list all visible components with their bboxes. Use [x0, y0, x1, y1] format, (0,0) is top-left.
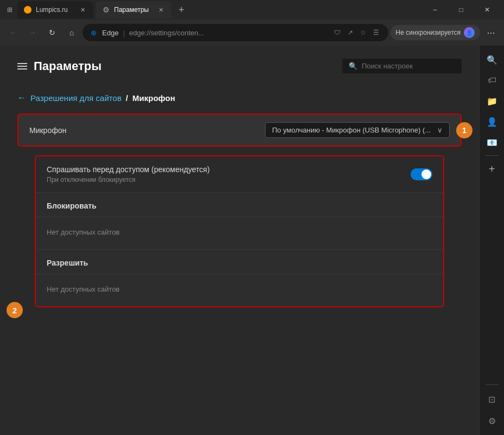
allow-divider — [36, 274, 443, 274]
refresh-button[interactable]: ↻ — [43, 24, 61, 41]
home-button[interactable]: ⌂ — [63, 24, 80, 41]
microphone-dropdown-box: Микрофон По умолчанию - Микрофон (USB Mi… — [17, 114, 462, 147]
main-area: Параметры 🔍 ← Разрешения для сайтов / Ми… — [0, 46, 504, 435]
address-url: edge://settings/conten... — [129, 29, 204, 37]
settings-title-group: Параметры — [17, 59, 102, 73]
allow-section-title: Разрешить — [47, 259, 432, 267]
sidebar-search-button[interactable]: 🔍 — [482, 50, 502, 70]
block-empty-text: Нет доступных сайтов — [47, 224, 432, 241]
ask-before-access-text: Спрашивать перед доступом (рекомендуется… — [47, 165, 210, 184]
breadcrumb-back[interactable]: ← — [17, 93, 26, 103]
back-button[interactable]: ← — [4, 24, 22, 41]
title-bar: ⊞ Lumpics.ru ✕ ⚙ Параметры ✕ + – □ ✕ — [0, 0, 504, 20]
star-icon: ☆ — [358, 27, 369, 38]
ask-before-access-row: Спрашивать перед доступом (рекомендуется… — [36, 156, 443, 193]
ask-before-access-toggle[interactable] — [411, 168, 432, 180]
profile-label: Не синхронизируется — [396, 29, 461, 36]
hamburger-icon[interactable] — [17, 63, 27, 70]
edge-logo-icon: ⊕ — [89, 28, 98, 37]
shield-icon: 🛡 — [332, 27, 343, 38]
breadcrumb: ← Разрешения для сайтов / Микрофон — [0, 84, 479, 109]
breadcrumb-current: Микрофон — [133, 93, 175, 103]
right-panel: 🔍 🏷 📁 👤 📧 + ⊡ ⚙ — [479, 46, 504, 435]
address-separator: | — [123, 29, 124, 37]
permissions-box: Спрашивать перед доступом (рекомендуется… — [35, 155, 444, 307]
browser-body: Параметры 🔍 ← Разрешения для сайтов / Ми… — [0, 46, 504, 435]
forward-button[interactable]: → — [24, 24, 41, 41]
new-tab-button[interactable]: + — [174, 2, 189, 17]
tab-label-lumpics: Lumpics.ru — [36, 6, 68, 14]
ask-before-access-label: Спрашивать перед доступом (рекомендуется… — [47, 165, 210, 174]
avatar: 👤 — [464, 27, 475, 38]
window-icon: ⊞ — [4, 4, 15, 15]
block-section: Блокировать Нет доступных сайтов — [36, 193, 443, 250]
maximize-button[interactable]: □ — [449, 2, 474, 18]
dropdown-arrow-icon: ∨ — [437, 126, 443, 134]
tab-lumpics[interactable]: Lumpics.ru ✕ — [17, 1, 93, 18]
more-options-button[interactable]: ··· — [482, 24, 500, 41]
microphone-select[interactable]: По умолчанию - Микрофон (USB Microphone)… — [265, 122, 450, 138]
sidebar-settings-button[interactable]: ⚙ — [482, 411, 502, 431]
tab-favicon-lumpics — [24, 6, 32, 14]
sidebar-collections-button[interactable]: 📁 — [482, 91, 502, 111]
profile-button[interactable]: Не синхронизируется 👤 — [390, 25, 480, 40]
brand-label: Edge — [102, 29, 118, 37]
tab-favicon-settings: ⚙ — [102, 6, 110, 14]
breadcrumb-parent[interactable]: Разрешения для сайтов — [30, 93, 122, 103]
tab-label-settings: Параметры — [114, 6, 149, 14]
sidebar-screenshot-button[interactable]: ⊡ — [482, 389, 502, 409]
address-icons: 🛡 ↗ ☆ ☰ — [332, 27, 382, 38]
tab-close-settings[interactable]: ✕ — [156, 5, 165, 14]
step-badge-2-container: 2 — [7, 302, 23, 318]
address-bar[interactable]: ⊕ Edge | edge://settings/conten... 🛡 ↗ ☆… — [83, 24, 388, 41]
right-panel-divider-bottom — [486, 384, 499, 385]
search-input[interactable] — [362, 62, 455, 70]
microphone-row-wrapper: 1 Микрофон По умолчанию - Микрофон (USB … — [17, 114, 462, 147]
allow-empty-text: Нет доступных сайтов — [47, 281, 432, 298]
nav-bar: ← → ↻ ⌂ ⊕ Edge | edge://settings/conten.… — [0, 20, 504, 46]
step-badge-2: 2 — [7, 302, 23, 318]
block-divider — [36, 217, 443, 217]
sidebar-favorites-button[interactable]: 🏷 — [482, 71, 502, 90]
settings-content: Параметры 🔍 ← Разрешения для сайтов / Ми… — [0, 46, 479, 435]
tab-settings[interactable]: ⚙ Параметры ✕ — [96, 1, 172, 18]
block-section-title: Блокировать — [47, 201, 432, 210]
ask-before-access-sublabel: При отключении блокируется — [47, 176, 210, 184]
right-panel-bottom: ⊡ ⚙ — [482, 382, 502, 435]
sidebar-outlook-button[interactable]: 📧 — [482, 133, 502, 152]
minimize-button[interactable]: – — [423, 2, 448, 18]
collections-icon: ☰ — [371, 27, 382, 38]
tab-bar: ⊞ Lumpics.ru ✕ ⚙ Параметры ✕ + — [4, 1, 189, 18]
search-settings[interactable]: 🔍 — [342, 59, 462, 73]
breadcrumb-separator: / — [126, 93, 128, 103]
window-controls: – □ ✕ — [423, 2, 500, 18]
allow-section: Разрешить Нет доступных сайтов — [36, 250, 443, 306]
settings-title-label: Параметры — [34, 59, 102, 73]
share-icon: ↗ — [345, 27, 356, 38]
ask-before-access-header: Спрашивать перед доступом (рекомендуется… — [47, 165, 432, 184]
tab-close-lumpics[interactable]: ✕ — [78, 5, 87, 14]
microphone-label: Микрофон — [29, 126, 66, 135]
step-badge-1: 1 — [456, 122, 472, 138]
settings-header: Параметры 🔍 — [0, 46, 479, 84]
sidebar-profile-button[interactable]: 👤 — [482, 112, 502, 131]
step-badge-1-container: 1 — [456, 122, 472, 138]
sidebar-add-button[interactable]: + — [482, 159, 502, 179]
search-icon: 🔍 — [349, 62, 357, 70]
close-button[interactable]: ✕ — [475, 2, 500, 18]
microphone-select-value: По умолчанию - Микрофон (USB Microphone)… — [272, 126, 433, 134]
right-panel-divider — [486, 155, 499, 156]
permissions-wrapper: 2 Спрашивать перед доступом (рекомендует… — [17, 155, 462, 307]
